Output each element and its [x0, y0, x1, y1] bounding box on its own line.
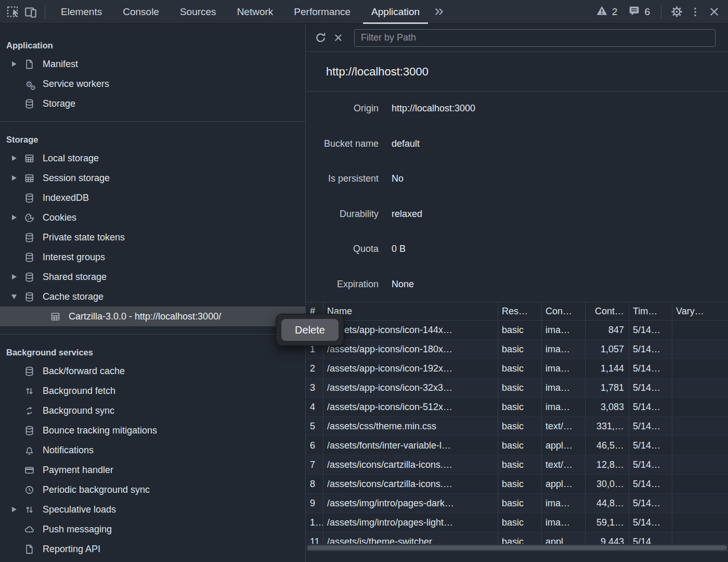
- sidebar-item-local-storage[interactable]: Local storage: [0, 148, 305, 168]
- horizontal-scrollbar[interactable]: [306, 544, 728, 551]
- sidebar-item-background-fetch[interactable]: Background fetch: [0, 381, 305, 401]
- table-row[interactable]: 1…/assets/img/intro/pages-light…basicima…: [306, 513, 728, 532]
- expander-collapsed-icon[interactable]: [8, 507, 20, 512]
- tab-console[interactable]: Console: [112, 0, 170, 24]
- detail-label: Durability: [306, 209, 379, 220]
- cell-time: 5/14…: [629, 378, 672, 397]
- expander-collapsed-icon[interactable]: [8, 156, 20, 161]
- sidebar-item-label: Private state tokens: [43, 232, 125, 243]
- expander-collapsed-icon[interactable]: [8, 175, 20, 181]
- cell-name: /assets/app-icons/icon-512x…: [323, 398, 498, 416]
- sidebar-item-label: Background fetch: [43, 386, 115, 397]
- sidebar-item-shared-storage[interactable]: Shared storage: [0, 267, 305, 287]
- column-header-name[interactable]: Name: [323, 302, 498, 320]
- sidebar-item-label: Bounce tracking mitigations: [43, 425, 157, 436]
- database-icon: [23, 97, 35, 110]
- table-row[interactable]: 8/assets/icons/cartzilla-icons.…basicapp…: [306, 475, 728, 494]
- issues-indicator[interactable]: 6: [623, 4, 655, 20]
- sidebar-item-session-storage[interactable]: Session storage: [0, 168, 305, 188]
- refresh-button[interactable]: [311, 29, 329, 47]
- scrollbar-thumb[interactable]: [307, 545, 727, 550]
- sidebar-item-storage[interactable]: Storage: [0, 94, 305, 113]
- sidebar-item-cookies[interactable]: Cookies: [0, 208, 305, 227]
- sidebar-item-notifications[interactable]: Notifications: [0, 440, 305, 460]
- detail-value: 0 B: [392, 244, 406, 254]
- sidebar-item-service-workers[interactable]: ⚙⚙Service workers: [0, 74, 305, 94]
- resources-table: #NameRes…Con…Cont…Tim…Vary… 0/assets/app…: [306, 302, 728, 544]
- table-row[interactable]: 9/assets/img/intro/pages-dark…basicima…4…: [306, 494, 728, 513]
- device-toolbar-button[interactable]: [22, 3, 40, 21]
- sidebar-item-cache-storage[interactable]: Cache storage: [0, 287, 305, 306]
- table-row[interactable]: 7/assets/icons/cartzilla-icons.…basictex…: [306, 455, 728, 475]
- cell-con: ima…: [542, 398, 586, 416]
- sidebar-item-periodic-background-sync[interactable]: Periodic background sync: [0, 480, 305, 500]
- tab-performance[interactable]: Performance: [283, 0, 361, 24]
- clear-filter-button[interactable]: [329, 29, 347, 47]
- sidebar-item-label: Periodic background sync: [43, 484, 150, 495]
- table-row[interactable]: 5/assets/css/theme.min.cssbasictext/…331…: [306, 417, 728, 436]
- cell-res: basic: [498, 398, 542, 416]
- bell-icon: [23, 444, 35, 456]
- cell-res: basic: [498, 340, 542, 359]
- context-menu-delete-item[interactable]: Delete: [281, 319, 339, 341]
- detail-label: Expiration: [306, 279, 379, 290]
- expander-collapsed-icon[interactable]: [8, 274, 20, 279]
- sidebar-item-label: Cache storage: [43, 291, 103, 302]
- settings-gear-button[interactable]: [668, 3, 685, 21]
- cell-res: basic: [498, 475, 542, 493]
- column-header-con[interactable]: Con…: [542, 302, 586, 320]
- cloud-icon: [23, 523, 35, 535]
- warnings-indicator[interactable]: 2: [591, 4, 622, 20]
- sidebar-item-interest-groups[interactable]: Interest groups: [0, 247, 305, 267]
- cell-time: 5/14…: [629, 532, 672, 544]
- tab-sources[interactable]: Sources: [170, 0, 227, 24]
- column-header-res[interactable]: Res…: [498, 302, 542, 320]
- expander-collapsed-icon[interactable]: [8, 61, 20, 67]
- tab-elements[interactable]: Elements: [50, 0, 112, 24]
- close-devtools-button[interactable]: [705, 3, 723, 21]
- cell-name: /assets/img/intro/pages-light…: [323, 513, 498, 532]
- cell-vary: [672, 378, 728, 397]
- tab-network[interactable]: Network: [227, 0, 284, 24]
- cell-size: 9,443: [586, 532, 629, 544]
- expander-expanded-icon[interactable]: [8, 295, 20, 299]
- sidebar-item-speculative-loads[interactable]: Speculative loads: [0, 500, 305, 519]
- expander-collapsed-icon[interactable]: [8, 215, 20, 220]
- more-options-kebab-button[interactable]: [686, 3, 704, 21]
- column-header-size[interactable]: Cont…: [586, 302, 629, 320]
- inspect-element-button[interactable]: [4, 3, 22, 21]
- column-header-vary[interactable]: Vary…: [672, 302, 728, 320]
- table-body: 0/assets/app-icons/icon-144x…basicima…84…: [306, 321, 728, 544]
- sidebar-item-indexeddb[interactable]: IndexedDB: [0, 188, 305, 208]
- table-row[interactable]: 0/assets/app-icons/icon-144x…basicima…84…: [306, 321, 728, 340]
- cell-size: 1,144: [586, 359, 629, 378]
- sidebar-item-label: Background sync: [43, 405, 114, 416]
- table-row[interactable]: 2/assets/app-icons/icon-192x…basicima…1,…: [306, 359, 728, 378]
- filter-by-path-input[interactable]: [354, 29, 716, 47]
- table-row[interactable]: 3/assets/app-icons/icon-32x3…basicima…1,…: [306, 378, 728, 398]
- message-icon: [628, 4, 641, 20]
- sidebar-item-cartzilla-3-0-0-http-localhost-3000[interactable]: Cartzilla-3.0.0 - http://localhost:3000/: [0, 306, 305, 326]
- detail-row-is-persistent: Is persistentNo: [306, 161, 728, 197]
- sidebar-item-label: Reporting API: [43, 544, 100, 555]
- cell-con: ima…: [542, 340, 586, 359]
- sidebar-item-private-state-tokens[interactable]: Private state tokens: [0, 227, 305, 247]
- sidebar-item-label: Speculative loads: [43, 504, 116, 515]
- table-row[interactable]: 1/assets/app-icons/icon-180x…basicima…1,…: [306, 340, 728, 359]
- more-tabs-button[interactable]: [430, 3, 448, 21]
- sidebar-item-background-sync[interactable]: Background sync: [0, 401, 305, 420]
- sidebar-item-push-messaging[interactable]: Push messaging: [0, 519, 305, 539]
- tab-application[interactable]: Application: [361, 0, 430, 24]
- sidebar-item-reporting-api[interactable]: Reporting API: [0, 539, 305, 559]
- table-row[interactable]: 4/assets/app-icons/icon-512x…basicima…3,…: [306, 398, 728, 417]
- service-workers-icon: ⚙⚙: [23, 78, 35, 90]
- cell-time: 5/14…: [629, 359, 672, 378]
- sidebar-item-manifest[interactable]: Manifest: [0, 54, 305, 74]
- column-header-time[interactable]: Tim…: [629, 302, 672, 320]
- sidebar-item-payment-handler[interactable]: Payment handler: [0, 460, 305, 480]
- table-row[interactable]: 6/assets/fonts/inter-variable-l…basicapp…: [306, 436, 728, 455]
- sidebar-item-back-forward-cache[interactable]: Back/forward cache: [0, 361, 305, 381]
- cell-num: 5: [306, 417, 323, 436]
- table-row[interactable]: 11/assets/js/theme-switcher.…basicappl…9…: [306, 532, 728, 544]
- sidebar-item-bounce-tracking-mitigations[interactable]: Bounce tracking mitigations: [0, 420, 305, 440]
